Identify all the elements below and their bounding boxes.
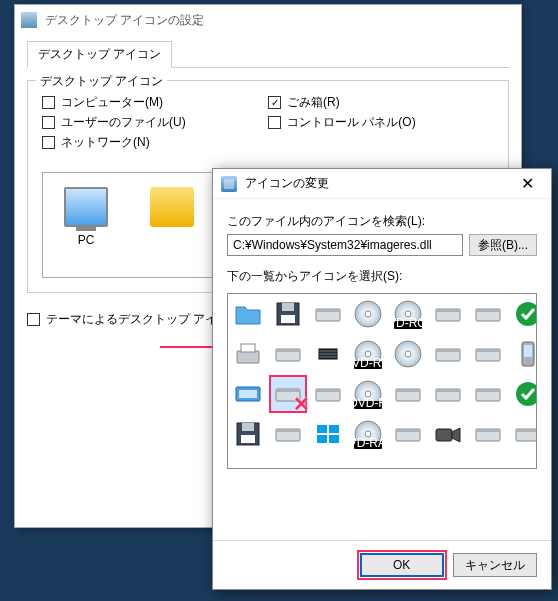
preview-item[interactable]: PC <box>43 183 129 263</box>
drive-icon[interactable] <box>270 416 306 452</box>
drive-blue-icon[interactable] <box>230 376 266 412</box>
svg-point-47 <box>405 351 411 357</box>
printer-icon[interactable] <box>230 336 266 372</box>
checkbox-ユーザーのファイル(U)[interactable]: ユーザーのファイル(U) <box>42 114 268 131</box>
drive-icon[interactable] <box>270 336 306 372</box>
svg-point-29 <box>365 311 371 317</box>
folder-icon <box>150 187 194 227</box>
checkbox-コントロール パネル(O)[interactable]: コントロール パネル(O) <box>268 114 494 131</box>
drive-icon[interactable] <box>510 416 537 452</box>
svg-rect-17 <box>316 309 340 312</box>
svg-rect-53 <box>436 309 460 312</box>
drive-icon[interactable] <box>470 336 506 372</box>
svg-rect-3 <box>239 390 257 398</box>
svg-rect-23 <box>316 389 340 392</box>
windows-icon[interactable] <box>310 416 346 452</box>
svg-rect-26 <box>317 435 327 443</box>
svg-rect-67 <box>476 429 500 432</box>
svg-rect-70 <box>524 345 532 357</box>
pc-icon <box>64 187 108 227</box>
disc-ram-icon[interactable]: DVD-RAM <box>350 416 386 452</box>
parent-titlebar: デスクトップ アイコンの設定 <box>15 5 521 35</box>
svg-text:DVD-ROM: DVD-ROM <box>393 316 423 329</box>
drive-icon[interactable] <box>430 296 466 332</box>
svg-rect-58 <box>436 429 452 441</box>
settings-icon <box>21 12 37 28</box>
path-label: このファイル内のアイコンを検索(L): <box>227 213 537 230</box>
drive-icon[interactable] <box>390 376 426 412</box>
change-icon-window: アイコンの変更 ✕ このファイル内のアイコンを検索(L): 参照(B)... 下… <box>212 168 552 590</box>
checkbox-ネットワーク(N)[interactable]: ネットワーク(N) <box>42 134 268 151</box>
child-button-row: OK キャンセル <box>213 540 551 590</box>
svg-rect-6 <box>241 435 255 443</box>
check-green-icon[interactable] <box>510 296 537 332</box>
svg-rect-73 <box>516 429 537 432</box>
checkbox-icon <box>42 136 55 149</box>
svg-rect-63 <box>476 349 500 352</box>
svg-rect-8 <box>282 303 294 311</box>
phone-icon[interactable] <box>510 336 537 372</box>
drive-icon[interactable] <box>430 336 466 372</box>
svg-text:DVD-RW: DVD-RW <box>353 356 383 369</box>
preview-item[interactable] <box>129 183 215 263</box>
check-green-icon[interactable] <box>510 376 537 412</box>
floppy-icon[interactable] <box>230 416 266 452</box>
cancel-button[interactable]: キャンセル <box>453 553 537 577</box>
svg-rect-49 <box>396 389 420 392</box>
svg-rect-55 <box>436 349 460 352</box>
floppy3-icon[interactable] <box>270 296 306 332</box>
child-title-text: アイコンの変更 <box>245 175 511 192</box>
svg-rect-24 <box>317 425 327 433</box>
parent-title-text: デスクトップ アイコンの設定 <box>45 12 204 29</box>
svg-point-71 <box>516 382 537 406</box>
svg-rect-5 <box>242 423 254 431</box>
drive-icon[interactable] <box>470 296 506 332</box>
drive-icon[interactable] <box>430 376 466 412</box>
svg-rect-65 <box>476 389 500 392</box>
folder-icon[interactable] <box>230 296 266 332</box>
svg-point-68 <box>516 302 537 326</box>
svg-marker-59 <box>452 428 460 442</box>
checkbox-ごみ箱(R)[interactable]: ごみ箱(R) <box>268 94 494 111</box>
path-input[interactable] <box>227 234 463 256</box>
drive-icon[interactable] <box>390 416 426 452</box>
svg-text:DVD-R: DVD-R <box>353 396 383 409</box>
close-button[interactable]: ✕ <box>511 174 543 193</box>
svg-rect-27 <box>329 435 339 443</box>
checkbox-コンピューター(M)[interactable]: コンピューター(M) <box>42 94 268 111</box>
checkbox-label: ユーザーのファイル(U) <box>61 114 186 131</box>
drive-icon[interactable] <box>470 376 506 412</box>
checkbox-label: ネットワーク(N) <box>61 134 150 151</box>
svg-rect-13 <box>276 389 300 392</box>
disc-r-icon[interactable]: DVD-R <box>350 376 386 412</box>
checkbox-icon <box>42 96 55 109</box>
disc-icon[interactable] <box>350 296 386 332</box>
browse-button[interactable]: 参照(B)... <box>469 234 537 256</box>
svg-rect-1 <box>241 344 255 352</box>
camcorder-icon[interactable] <box>430 416 466 452</box>
checkbox-label: コントロール パネル(O) <box>287 114 416 131</box>
group-title: デスクトップ アイコン <box>36 73 167 90</box>
svg-rect-51 <box>396 429 420 432</box>
drive-icon[interactable] <box>310 376 346 412</box>
disc-rw-icon[interactable]: DVD-RW <box>350 336 386 372</box>
ok-button[interactable]: OK <box>360 553 444 577</box>
drive-icon[interactable] <box>470 416 506 452</box>
drive-icon[interactable] <box>310 296 346 332</box>
disc-icon[interactable] <box>390 336 426 372</box>
svg-rect-25 <box>329 425 339 433</box>
svg-rect-15 <box>276 429 300 432</box>
drive-error-icon[interactable]: ✕ <box>270 376 306 412</box>
preview-label: PC <box>43 233 129 248</box>
svg-rect-9 <box>281 315 295 323</box>
disc-rom-icon[interactable]: DVD-ROM <box>390 296 426 332</box>
tab-desktop-icons[interactable]: デスクトップ アイコン <box>27 41 172 68</box>
list-label: 下の一覧からアイコンを選択(S): <box>227 268 537 285</box>
child-titlebar: アイコンの変更 ✕ <box>213 169 551 199</box>
checkbox-icon <box>268 116 281 129</box>
checkbox-icon <box>268 96 281 109</box>
tab-bar: デスクトップ アイコン <box>27 41 509 68</box>
icon-list[interactable]: ✕DVD-RWDVD-RDVD-RAMDVD-ROMDVD <box>227 293 537 469</box>
checkbox-icon <box>42 116 55 129</box>
chip-icon[interactable] <box>310 336 346 372</box>
